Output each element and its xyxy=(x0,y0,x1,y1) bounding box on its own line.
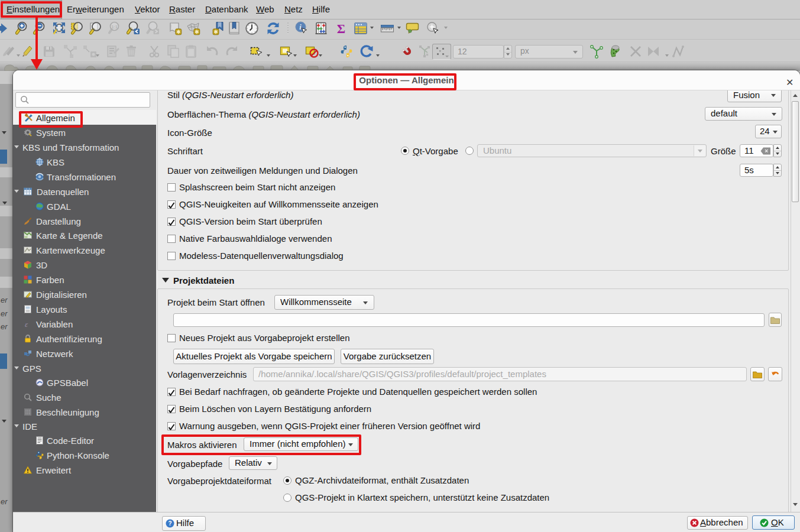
svg-text:ε: ε xyxy=(25,320,28,328)
svg-text:1:1: 1:1 xyxy=(111,25,117,29)
svg-text:Σ: Σ xyxy=(337,21,345,35)
svg-text:?: ? xyxy=(168,520,171,527)
